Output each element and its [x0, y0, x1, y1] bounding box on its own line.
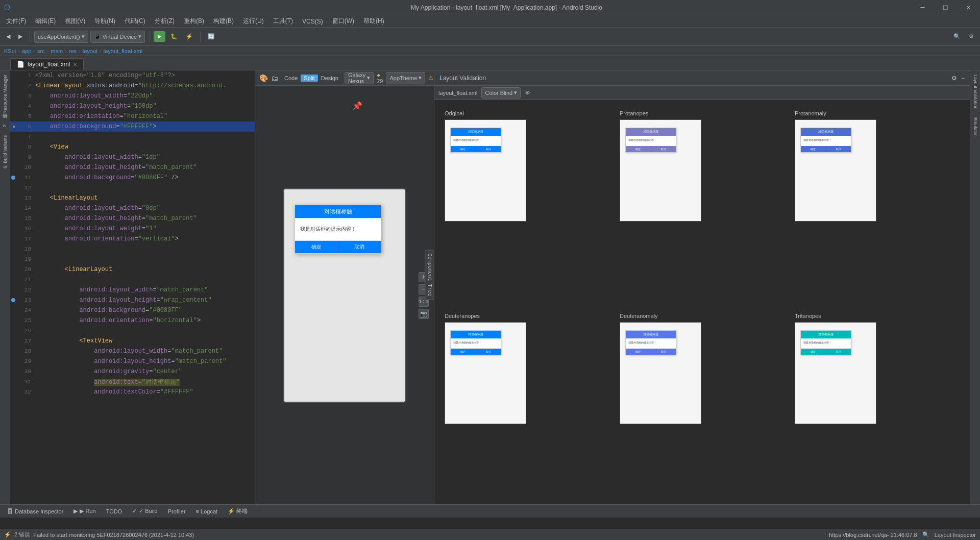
menu-vcs[interactable]: VCS(S) [298, 17, 327, 26]
logcat-btn[interactable]: ≡ Logcat [192, 507, 222, 516]
menu-window[interactable]: 窗口(W) [328, 16, 358, 27]
breadcrumb-res[interactable]: res [69, 48, 77, 54]
chevron-icon-2: ▾ [419, 75, 422, 81]
debug-button[interactable]: 🐛 [167, 32, 181, 41]
eye-icon[interactable]: 👁 [525, 90, 530, 96]
toolbar-sep-3 [200, 32, 201, 42]
code-line-28: 28 android:layout_width="match_parent" [10, 346, 255, 356]
menu-navigate[interactable]: 导航(N) [90, 16, 119, 27]
menu-bar: 文件(F) 编辑(E) 视图(V) 导航(N) 代码(C) 分析(Z) 重构(B… [0, 15, 980, 28]
cell-preview-original: 对话框标题 我是对话框的提示内容！ 确定 取消 [445, 119, 526, 222]
vtab-structure[interactable]: 2: 结构 [0, 118, 10, 131]
code-line-30: 30 android:gravity="center" [10, 366, 255, 377]
vtab-build-variants[interactable]: 6: Build Variants [1, 131, 9, 173]
cell-label-tritanopes: Tritanopes [795, 313, 960, 319]
rvtab-layout-validation[interactable]: Layout Validation [971, 70, 979, 113]
cell-label-protanopes: Protanopes [620, 110, 785, 116]
breadcrumb-layout[interactable]: layout [83, 48, 97, 54]
design-mode-btn[interactable]: Design [321, 75, 338, 81]
minimize-panel-icon[interactable]: − [961, 75, 965, 82]
rvtab-emulator[interactable]: Emulator [971, 113, 979, 140]
code-line-29: 29 android:layout_height="match_parent" [10, 356, 255, 366]
phone-pointer: 📌 [352, 101, 362, 111]
code-line-4: 4 android:layout_height="150dp" [10, 101, 255, 111]
vtab-resource-manager[interactable]: Resource Manager [1, 70, 9, 118]
window-controls[interactable]: ─ □ ✕ [911, 0, 980, 15]
breadcrumb-src[interactable]: src [37, 48, 45, 54]
dialog-ok-button[interactable]: 确定 [295, 241, 338, 253]
code-line-6: ● 6 android:background="#FFFFFF"> [10, 121, 255, 132]
terminal-btn[interactable]: ⚡ 终端 [224, 506, 252, 516]
sdk-selector[interactable]: useAppContext() ▾ [34, 31, 88, 43]
split-mode-btn[interactable]: Split [301, 75, 317, 82]
file-tab-icon: 📄 [17, 61, 24, 68]
menu-analyze[interactable]: 分析(Z) [151, 16, 179, 27]
component-tree-icon[interactable]: 🗂 [271, 74, 278, 82]
preview-area: 🎨 🗂 Code Split Design Galaxy Nexus ▾ ● 2… [255, 70, 434, 516]
build-btn[interactable]: ✓ ✓ Build [128, 507, 162, 516]
window-title: My Application - layout_float.xml [My_Ap… [102, 4, 911, 11]
menu-code[interactable]: 代码(C) [120, 16, 150, 27]
minimize-button[interactable]: ─ [911, 0, 934, 15]
url-text: https://blog.csdn.net/qa- 21:46:07.8 [829, 532, 917, 538]
cell-preview-deuteranomaly: 对话框标题 我是对话框的提示内容！ 确定 取消 [620, 322, 701, 424]
code-line-16: 16 android:layout_weight="1" [10, 224, 255, 234]
search-everywhere-icon[interactable]: 🔍 [950, 32, 964, 41]
close-button[interactable]: ✕ [957, 0, 980, 15]
dialog-cancel-button[interactable]: 取消 [338, 241, 381, 253]
sync-button[interactable]: 🔄 [205, 32, 218, 41]
code-line-26: 26 [10, 326, 255, 336]
status-message: Failed to start monitoring 5EF0218726002… [33, 532, 194, 538]
left-vertical-tabs: Resource Manager 2: 结构 6: Build Variants [0, 70, 10, 516]
mini-dialog-protanomaly: 对话框标题 我是对话框的提示内容！ 确定 取消 [800, 128, 851, 153]
breadcrumb-main[interactable]: main [51, 48, 63, 54]
mini-dialog-deuteranopes: 对话框标题 我是对话框的提示内容！ 确定 取消 [450, 330, 501, 355]
screenshot-button[interactable]: 📷 [419, 309, 429, 319]
info-icon[interactable]: ℹ [439, 75, 442, 81]
cell-preview-deuteranopes: 对话框标题 我是对话框的提示内容！ 确定 取消 [445, 322, 526, 424]
breadcrumb-ksui[interactable]: KSui [4, 48, 16, 54]
settings-icon-panel[interactable]: ⚙ [951, 75, 957, 82]
breadcrumb-app[interactable]: app [22, 48, 31, 54]
chevron-icon: ▾ [367, 75, 370, 81]
code-mode-btn[interactable]: Code [284, 75, 298, 81]
cell-label-original: Original [445, 110, 609, 116]
dialog-body: 我是对话框的提示内容！ [295, 218, 381, 240]
cell-label-protanomaly: Protanomaly [795, 110, 960, 116]
menu-view[interactable]: 视图(V) [61, 16, 89, 27]
file-tab-layout-float[interactable]: 📄 layout_float.xml ✕ [10, 58, 84, 70]
database-inspector-btn[interactable]: 🗄 Database Inspector [3, 507, 67, 516]
device-selector[interactable]: 📱 Virtual Device ▾ [90, 31, 145, 43]
maximize-button[interactable]: □ [934, 0, 957, 15]
menu-file[interactable]: 文件(F) [2, 16, 30, 27]
menu-edit[interactable]: 编辑(E) [31, 16, 60, 27]
theme-selector[interactable]: AppTheme ▾ [386, 72, 425, 84]
run-tool-btn[interactable]: ▶ ▶ Run [69, 507, 100, 516]
settings-icon[interactable]: ⚙ [966, 32, 977, 41]
validation-cell-deuteranomaly: Deuteranomaly 对话框标题 我是对话框的提示内容！ 确定 取消 [620, 313, 785, 505]
bottom-toolbar: 🗄 Database Inspector ▶ ▶ Run TODO ✓ ✓ Bu… [0, 504, 980, 518]
close-icon[interactable]: ✕ [73, 62, 77, 67]
menu-help[interactable]: 帮助(H) [359, 16, 388, 27]
menu-tools[interactable]: 工具(T) [269, 16, 297, 27]
color-blind-selector[interactable]: Color Blind ▾ [481, 87, 521, 99]
profiler-btn[interactable]: Profiler [164, 507, 190, 516]
validation-cell-deuteranopes: Deuteranopes 对话框标题 我是对话框的提示内容！ 确定 取消 [445, 313, 609, 505]
menu-build[interactable]: 构建(B) [209, 16, 238, 27]
device-preview-selector[interactable]: Galaxy Nexus ▾ [345, 72, 374, 84]
run-button[interactable]: ▶ [154, 31, 165, 42]
toolbar-forward-btn[interactable]: ▶ [15, 32, 26, 41]
code-line-10: 10 android:layout_height="match_parent" [10, 162, 255, 173]
breadcrumb-file[interactable]: layout_float.xml [104, 48, 142, 54]
code-line-8: 8 <View [10, 142, 255, 152]
profile-button[interactable]: ⚡ [183, 32, 196, 41]
layout-inspector-label[interactable]: Layout Inspector [935, 532, 976, 538]
menu-refactor[interactable]: 重构(B) [180, 16, 208, 27]
file-tab-label: layout_float.xml [28, 61, 70, 68]
palette-icon[interactable]: 🎨 [259, 74, 268, 82]
menu-run[interactable]: 运行(U) [239, 16, 268, 27]
run-icon: ▶ [74, 508, 78, 514]
line-content-1[interactable]: <?xml version="1.0" encoding="utf-8"?> [35, 72, 175, 79]
toolbar-back-btn[interactable]: ◀ [3, 32, 13, 41]
todo-btn[interactable]: TODO [102, 507, 127, 516]
